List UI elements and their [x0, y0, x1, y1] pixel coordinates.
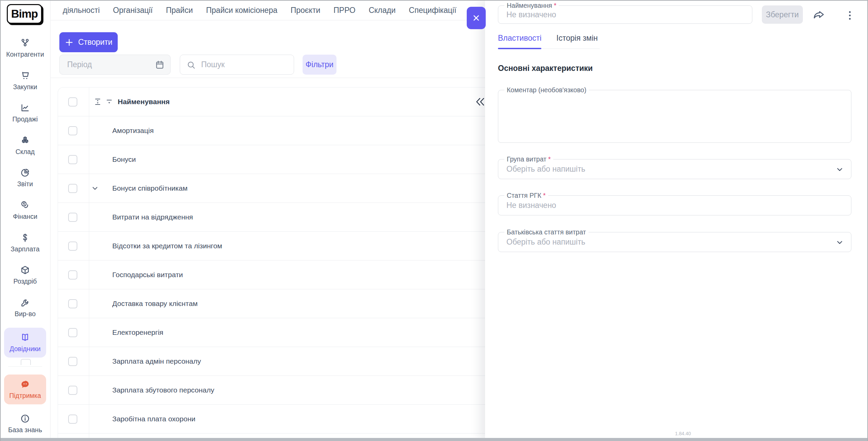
table-row[interactable]: Бонуси	[58, 145, 485, 174]
calendar-icon[interactable]	[155, 60, 165, 70]
create-button[interactable]: Створити	[59, 32, 118, 52]
sidebar-item-salary[interactable]: Зарплата	[0, 233, 50, 253]
section-heading: Основні характеристики	[498, 64, 593, 73]
table-row[interactable]: Електоренергія	[58, 318, 485, 347]
sidebar-item-retail[interactable]: Роздріб	[0, 265, 50, 285]
drawer-tab[interactable]: Історія змін	[556, 34, 598, 49]
top-tab[interactable]: Організації	[113, 0, 153, 20]
search-input[interactable]	[180, 55, 294, 74]
sidebar-item-label: Фінанси	[13, 213, 37, 220]
row-label: Відсотки за кредитом та лізингом	[112, 242, 222, 250]
expense-group-field: Група витрат*	[498, 159, 851, 179]
plus-icon	[65, 38, 74, 47]
drawer-tabs: Властивості Історія змін	[498, 34, 600, 49]
sidebar-item-production[interactable]: Вир-во	[0, 298, 50, 318]
row-label: Амортизація	[112, 127, 154, 135]
collapse-all-icon[interactable]	[105, 97, 114, 106]
row-checkbox[interactable]	[68, 386, 77, 395]
select-all-checkbox[interactable]	[68, 97, 77, 107]
chevron-down-icon[interactable]	[835, 165, 844, 174]
parent-article-input[interactable]	[498, 232, 851, 252]
expand-all-icon[interactable]	[93, 97, 102, 106]
top-tab[interactable]: Проєкти	[291, 0, 321, 20]
table-row[interactable]: Витрати на відрядження	[58, 203, 485, 232]
top-tab[interactable]: Специфікації	[409, 0, 456, 20]
row-checkbox[interactable]	[68, 155, 77, 164]
share-icon[interactable]	[813, 9, 826, 22]
row-checkbox[interactable]	[68, 299, 77, 308]
sidebar-item-purchases[interactable]: Закупки	[0, 71, 50, 91]
expense-items-table: Найменування Амортизація Бонуси	[58, 87, 485, 438]
sidebar-fade-divider	[8, 366, 42, 367]
app-window: Bimp Контрагенти Закупки Продажі Склад З…	[0, 0, 868, 441]
row-label: Заробітна плата охорони	[112, 415, 195, 423]
sidebar-item-sales[interactable]: Продажі	[0, 103, 50, 123]
expense-group-input[interactable]	[498, 159, 851, 179]
top-tab[interactable]: Склади	[369, 0, 396, 20]
table-row[interactable]: Відсотки за кредитом та лізингом	[58, 232, 485, 261]
sidebar-item-label: Склад	[16, 148, 35, 156]
chevron-down-icon[interactable]	[835, 238, 844, 247]
row-checkbox[interactable]	[68, 184, 77, 193]
create-button-label: Створити	[78, 38, 113, 47]
sidebar-item-label: Контрагенти	[6, 51, 44, 58]
save-button[interactable]: Зберегти	[762, 5, 803, 24]
row-checkbox[interactable]	[68, 415, 77, 424]
info-icon	[20, 414, 30, 424]
close-drawer-button[interactable]	[467, 7, 486, 29]
book-icon	[20, 332, 30, 343]
window-bottom-edge	[0, 438, 868, 441]
sidebar-item-support[interactable]: Підтримка	[4, 375, 46, 404]
name-column-header[interactable]: Найменування	[118, 98, 170, 106]
table-body: Амортизація Бонуси Бонуси співробітникам	[58, 116, 485, 434]
comment-textarea[interactable]	[498, 90, 851, 142]
table-row[interactable]: Зарплата збутового персоналу	[58, 376, 485, 405]
name-field: Найменування*	[498, 5, 752, 24]
row-checkbox[interactable]	[68, 213, 77, 222]
row-checkbox[interactable]	[68, 242, 77, 251]
sidebar-item-finance[interactable]: Фінанси	[0, 200, 50, 220]
period-input[interactable]	[60, 55, 170, 74]
comment-field: Коментар (необов'язково)	[498, 90, 851, 143]
hidden-partial-icon	[21, 359, 31, 365]
app-version: 1.84.40	[675, 431, 691, 436]
drawer-tab[interactable]: Властивості	[498, 34, 541, 49]
sidebar-item-reports[interactable]: Звіти	[0, 168, 50, 188]
row-label: Витрати на відрядження	[112, 213, 193, 221]
more-menu-icon[interactable]	[843, 9, 856, 22]
rgk-article-field: Стаття РГК*	[498, 195, 851, 215]
sidebar-item-counterparties[interactable]: Контрагенти	[0, 38, 50, 58]
row-checkbox[interactable]	[68, 357, 77, 366]
filters-button[interactable]: Фільтри	[303, 55, 336, 75]
top-tab[interactable]: діяльності	[63, 0, 100, 20]
pie-icon	[20, 168, 30, 178]
search-field	[180, 55, 294, 75]
collapse-panel-icon[interactable]	[475, 96, 485, 108]
table-row[interactable]: Господарські витрати	[58, 261, 485, 289]
parent-article-field: Батьківська стаття витрат	[498, 232, 851, 252]
rgk-article-input[interactable]	[498, 196, 851, 215]
sidebar-item-label: Довідники	[9, 345, 40, 353]
table-row[interactable]: Амортизація	[58, 116, 485, 145]
row-checkbox[interactable]	[68, 126, 77, 135]
top-tabbar: діяльності Організації Прайси Прайси ком…	[50, 0, 485, 20]
table-row[interactable]: Бонуси співробітникам	[58, 174, 485, 203]
table-row[interactable]: Зарплата адмін персоналу	[58, 347, 485, 376]
sidebar-item-label: Звіти	[17, 180, 33, 188]
app-logo[interactable]: Bimp	[7, 4, 42, 24]
sidebar-item-label: Закупки	[13, 83, 37, 91]
table-row[interactable]: Заробітна плата охорони	[58, 405, 485, 434]
row-label: Доставка товару клієнтам	[112, 300, 198, 308]
row-checkbox[interactable]	[68, 270, 77, 280]
name-input[interactable]	[498, 6, 752, 23]
chevron-down-icon[interactable]	[91, 184, 99, 193]
sidebar-item-directories[interactable]: Довідники	[4, 328, 46, 358]
sidebar-item-knowledge-base[interactable]: База знань	[0, 414, 50, 434]
top-tab[interactable]: Прайси комісіонера	[206, 0, 277, 20]
top-tab[interactable]: ПРРО	[333, 0, 355, 20]
sidebar-item-warehouse[interactable]: Склад	[0, 135, 50, 156]
row-checkbox[interactable]	[68, 328, 77, 337]
top-tab[interactable]: Прайси	[166, 0, 193, 20]
table-row[interactable]: Доставка товару клієнтам	[58, 289, 485, 318]
sidebar-item-label: Підтримка	[9, 392, 41, 400]
